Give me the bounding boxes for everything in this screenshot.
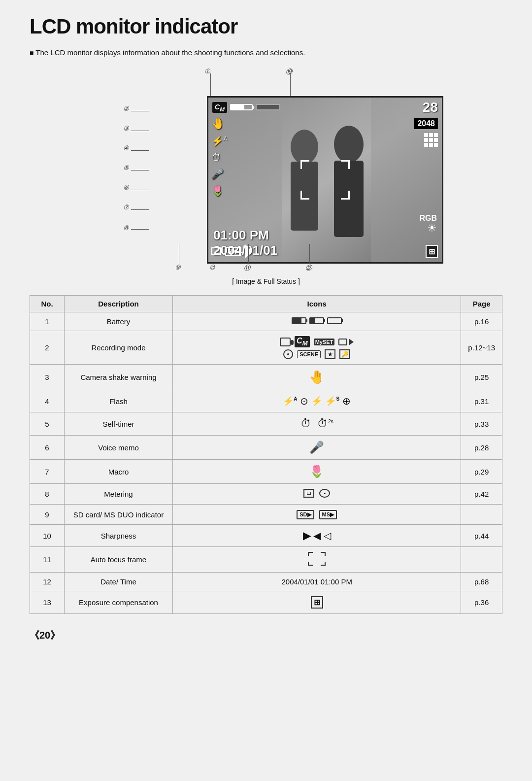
col-header-desc: Description (65, 296, 173, 312)
row-11-desc: Auto focus frame (65, 547, 173, 573)
row-6-page: p.28 (461, 436, 502, 460)
cm-mode-icon: CM (295, 336, 310, 347)
row-12-icons: 2004/01/01 01:00 PM (173, 573, 461, 591)
ann-left-5: ⑤ (123, 164, 129, 171)
flash-off-icon: ⊙ (300, 395, 308, 407)
row-8-desc: Metering (65, 484, 173, 505)
ms-icon: MS▶ (319, 510, 337, 519)
row-5-page: p.33 (461, 412, 502, 436)
row-8-page: p.42 (461, 484, 502, 505)
table-row: 3 Camera shake warning 🤚 p.25 (30, 365, 502, 390)
row-7-icons: 🌷 (173, 460, 461, 484)
row-11-no: 11 (30, 547, 65, 573)
battery-display (230, 104, 253, 110)
sharp-high-icon: ▶ (303, 530, 310, 542)
row-10-icons: ▶ ◀ ◁ (173, 525, 461, 547)
battery-empty-icon (327, 317, 342, 324)
table-row: 10 Sharpness ▶ ◀ ◁ p.44 (30, 525, 502, 547)
flash-a-icon: ⚡A (283, 396, 297, 407)
macro-icon-tbl: 🌷 (309, 465, 324, 478)
table-row: 1 Battery p.16 (30, 312, 502, 331)
svg-point-3 (334, 126, 364, 163)
row-5-icons: ⏱ ⏱2s (173, 412, 461, 436)
self-timer-icon-2: ⏱2s (317, 417, 333, 430)
row-13-page: p.36 (461, 591, 502, 614)
star-mode-icon: ★ (325, 349, 335, 359)
circle-mode-icon (283, 349, 293, 359)
row-4-page: p.31 (461, 390, 502, 412)
left-icons: 🤚 ⚡A ⏱ 🎤 🌷 (211, 117, 227, 197)
metering-icon (211, 247, 221, 255)
table-row: 8 Metering p.42 (30, 484, 502, 505)
ann-bot-12: ⑫ (305, 264, 312, 272)
row-13-icons: ⊞ (173, 591, 461, 614)
bottom-page-num: 《20》 (30, 629, 502, 642)
row-2-page: p.12~13 (461, 331, 502, 365)
grid-icon (424, 133, 438, 147)
row-9-no: 9 (30, 505, 65, 525)
sharpness-icons: ▶ ◀ ◁ (303, 530, 331, 542)
col-header-page: Page (461, 296, 502, 312)
col-header-icons: Icons (173, 296, 461, 312)
myset-icon: MySET (314, 339, 335, 345)
screen-bottom: SD▶ 01:00 PM 2004/01/01 (208, 225, 442, 262)
row-2-icons: CM MySET SCENE (173, 331, 461, 365)
camera-screen: CM 28 2048 (148, 96, 443, 264)
flash-on-icon: ⚡ (311, 396, 322, 407)
row-7-no: 7 (30, 460, 65, 484)
ann-bot-9: ⑨ (175, 264, 181, 271)
auto-focus-frame-icon (308, 552, 326, 566)
flash-icon-group: ⚡A ⊙ ⚡ ⚡S ⊕ (283, 395, 351, 407)
row-3-icons: 🤚 (173, 365, 461, 390)
row-3-page: p.25 (461, 365, 502, 390)
flash-s-icon: ⚡S (325, 396, 339, 407)
row-5-no: 5 (30, 412, 65, 436)
row-3-desc: Camera shake warning (65, 365, 173, 390)
indicator-table: No. Description Icons Page 1 Battery p.1… (30, 295, 502, 614)
row-6-desc: Voice memo (65, 436, 173, 460)
camera-shake-icon: 🤚 (211, 117, 227, 130)
row-3-no: 3 (30, 365, 65, 390)
recording-mode-icon: CM (212, 102, 227, 113)
self-timer-icon: ⏱ (211, 152, 227, 163)
row-12-desc: Date/ Time (65, 573, 173, 591)
diagram-wrapper: ① ⑲ ② ③ ④ ⑤ ⑥ ⑦ ⑧ ⑱ ⑰ ⑯ ⑮ ⑭ ⑬ (94, 67, 438, 273)
row-4-icons: ⚡A ⊙ ⚡ ⚡S ⊕ (173, 390, 461, 412)
voice-memo-icon: 🎤 (309, 441, 324, 454)
exposure-comp-icon: ⊞ (311, 596, 323, 609)
battery-half-icon (309, 317, 324, 324)
row-1-icons (173, 312, 461, 331)
battery-icons (292, 317, 342, 324)
sharp-low-icon: ◁ (324, 530, 331, 542)
row-2-desc: Recording mode (65, 331, 173, 365)
table-row: 13 Exposure compensation ⊞ p.36 (30, 591, 502, 614)
metering-spot-icon (319, 489, 330, 498)
row-12-no: 12 (30, 573, 65, 591)
row-13-no: 13 (30, 591, 65, 614)
col-header-no: No. (30, 296, 65, 312)
row-7-desc: Macro (65, 460, 173, 484)
resolution-badge: 2048 (414, 118, 438, 129)
row-2-no: 2 (30, 331, 65, 365)
screen-time: 01:00 PM (213, 228, 437, 243)
table-row: 7 Macro 🌷 p.29 (30, 460, 502, 484)
bottom-icons: SD▶ (211, 244, 252, 258)
nr-icon (245, 244, 252, 258)
ann-left-4: ④ (123, 144, 129, 152)
row-1-no: 1 (30, 312, 65, 331)
sharp-normal-icon: ◀ (313, 530, 321, 542)
metering-icons (303, 489, 330, 498)
row-10-no: 10 (30, 525, 65, 547)
row-6-icons: 🎤 (173, 436, 461, 460)
shot-counter: 28 (423, 100, 438, 115)
camera-shake-warn-icon: 🤚 (309, 370, 325, 384)
ann-left-6: ⑥ (123, 184, 129, 191)
self-timer-icon-1: ⏱ (300, 417, 311, 430)
row-11-page (461, 547, 502, 573)
camera-mode-icon (280, 338, 291, 346)
ann-left-7: ⑦ (123, 204, 129, 211)
intro-text: The LCD monitor displays information abo… (30, 48, 502, 57)
row-4-desc: Flash (65, 390, 173, 412)
row-8-no: 8 (30, 484, 65, 505)
scene-icon: SCENE (297, 350, 321, 358)
